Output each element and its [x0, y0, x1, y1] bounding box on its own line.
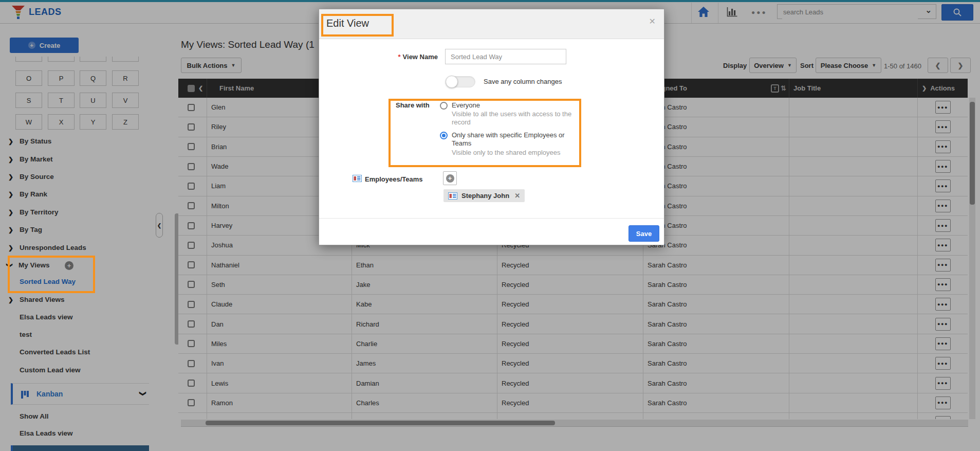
save-button-label: Save [636, 230, 652, 238]
toggle-knob [446, 76, 458, 88]
add-employee-button[interactable]: + [443, 171, 457, 185]
app-screen: LEADS ●●● ⌄ + Create [0, 0, 980, 451]
annotation-box-edit-view [321, 14, 394, 37]
annotation-box-my-views [8, 256, 95, 293]
toggle-label: Save any column changes [484, 78, 562, 85]
employees-teams-icon [353, 175, 362, 182]
save-button[interactable]: Save [628, 225, 659, 242]
plus-icon: + [446, 174, 454, 183]
employee-chip-icon [448, 192, 457, 200]
view-name-input[interactable] [445, 49, 566, 64]
modal-footer-divider [319, 218, 664, 219]
annotation-box-share-with [389, 99, 581, 167]
required-asterisk: * [398, 53, 401, 61]
close-icon[interactable]: ✕ [649, 16, 656, 26]
employees-teams-label: Employees/Teams [365, 175, 422, 183]
remove-chip-icon[interactable]: ✕ [514, 192, 520, 200]
save-column-changes-toggle[interactable] [446, 76, 475, 87]
employee-chip: Stephany John ✕ [443, 189, 525, 202]
view-name-label: *View Name [319, 53, 438, 61]
employee-chip-label: Stephany John [461, 192, 509, 200]
